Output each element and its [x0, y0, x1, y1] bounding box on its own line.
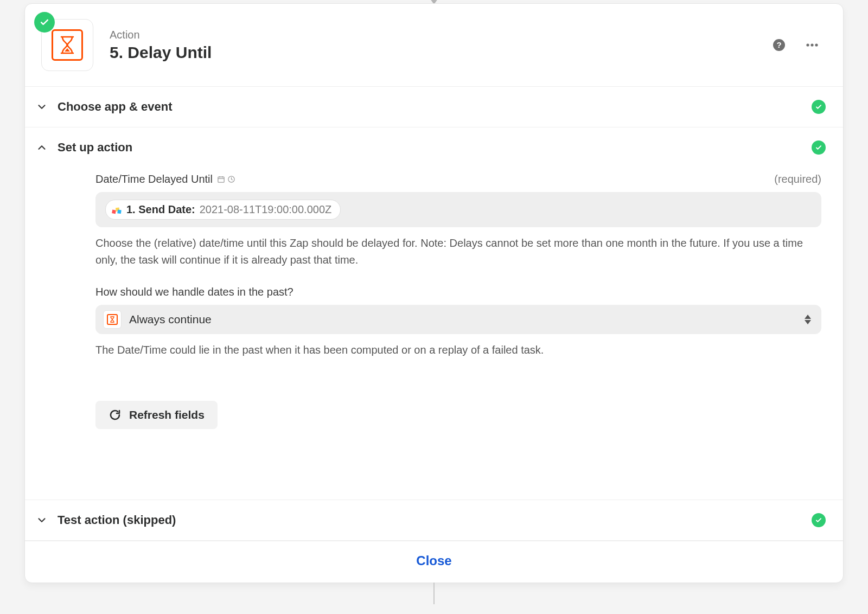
svg-rect-12	[117, 209, 122, 214]
more-icon	[805, 39, 819, 52]
svg-point-3	[810, 43, 813, 46]
section-setup: Set up action Date/Time Delayed Until	[25, 127, 843, 500]
field-label: Date/Time Delayed Until	[95, 173, 235, 186]
field-datetime-delayed-until: Date/Time Delayed Until	[95, 173, 821, 268]
field1-label-text: Date/Time Delayed Until	[95, 173, 213, 186]
more-button[interactable]	[803, 36, 821, 54]
clock-icon	[227, 175, 235, 183]
section-setup-status	[812, 140, 826, 155]
chevron-up-icon	[36, 142, 48, 154]
calendar-icon	[217, 175, 225, 183]
section-setup-header[interactable]: Set up action	[25, 127, 843, 168]
svg-text:?: ?	[776, 40, 781, 49]
pill-value: 2021-08-11T19:00:00.000Z	[200, 203, 332, 216]
select-app-icon	[103, 310, 122, 329]
section-choose-title: Choose app & event	[58, 100, 172, 114]
chevron-down-icon	[36, 101, 48, 113]
help-icon: ?	[773, 39, 786, 52]
refresh-icon	[108, 408, 122, 421]
field-required: (required)	[774, 173, 821, 186]
field2-label: How should we handle dates in the past?	[95, 286, 293, 298]
svg-rect-10	[112, 209, 116, 214]
chevron-down-icon	[36, 514, 48, 526]
field-past-dates: How should we handle dates in the past? …	[95, 286, 821, 359]
section-test-header[interactable]: Test action (skipped)	[25, 500, 843, 540]
check-icon	[812, 513, 826, 527]
action-card: Action 5. Delay Until ?	[24, 3, 844, 583]
header-check-badge	[34, 12, 55, 33]
section-choose-app: Choose app & event	[25, 87, 843, 127]
svg-point-4	[815, 43, 818, 46]
app-icon	[41, 19, 93, 71]
card-header: Action 5. Delay Until ?	[25, 4, 843, 87]
sort-icon	[804, 315, 812, 324]
help-button[interactable]: ?	[770, 36, 788, 54]
svg-point-2	[806, 43, 809, 46]
field1-help: Choose the (relative) date/time until th…	[95, 235, 821, 268]
datetime-pill[interactable]: 1. Send Date: 2021-08-11T19:00:00.000Z	[105, 200, 341, 220]
hourglass-icon	[52, 29, 83, 61]
section-setup-body: Date/Time Delayed Until	[25, 168, 843, 500]
svg-rect-5	[218, 177, 224, 182]
section-setup-title: Set up action	[58, 140, 132, 155]
header-label: Action	[110, 29, 212, 41]
section-test-status	[812, 513, 826, 527]
refresh-fields-button[interactable]: Refresh fields	[95, 401, 218, 429]
header-title: 5. Delay Until	[110, 43, 212, 62]
source-app-icon	[111, 204, 122, 215]
section-choose-header[interactable]: Choose app & event	[25, 87, 843, 127]
section-test: Test action (skipped)	[25, 500, 843, 541]
close-button[interactable]: Close	[416, 553, 451, 568]
field2-help: The Date/Time could lie in the past when…	[95, 342, 821, 359]
check-icon	[812, 100, 826, 114]
check-icon	[812, 140, 826, 155]
section-choose-status	[812, 100, 826, 114]
section-test-title: Test action (skipped)	[58, 513, 176, 527]
card-footer: Close	[25, 541, 843, 583]
datetime-input[interactable]: 1. Send Date: 2021-08-11T19:00:00.000Z	[95, 192, 821, 227]
hourglass-icon	[107, 314, 118, 325]
select-value: Always continue	[129, 313, 212, 326]
past-dates-select[interactable]: Always continue	[95, 305, 821, 334]
pill-label: 1. Send Date:	[126, 203, 195, 216]
flow-connector-bottom	[433, 583, 435, 604]
refresh-label: Refresh fields	[129, 408, 205, 421]
